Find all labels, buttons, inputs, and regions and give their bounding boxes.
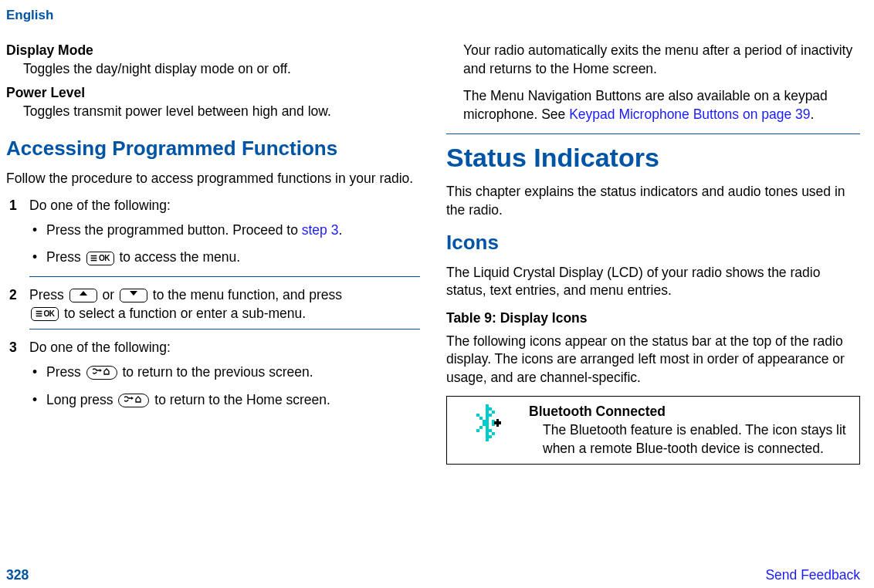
- svg-rect-24: [483, 420, 486, 423]
- link-step3[interactable]: step 3: [302, 222, 339, 238]
- left-column: Display Mode Toggles the day/night displ…: [6, 37, 420, 465]
- svg-rect-21: [486, 438, 489, 441]
- step-3-bullet-1a: Press: [46, 364, 85, 380]
- svg-rect-23: [479, 417, 483, 420]
- steps-list: 1 Do one of the following: Press the pro…: [6, 197, 420, 409]
- right-column: Your radio automatically exits the menu …: [446, 37, 860, 465]
- step-1-bullet-2: Press ☰ OK to access the menu.: [29, 248, 420, 267]
- svg-rect-12: [486, 420, 489, 423]
- back-home-icon: [86, 366, 117, 380]
- table-row: Bluetooth Connected The Bluetooth featur…: [447, 397, 859, 464]
- table-9-title: Table 9: Display Icons: [446, 309, 860, 328]
- svg-rect-9: [486, 411, 489, 414]
- link-keypad-mic[interactable]: Keypad Microphone Buttons on page 39: [569, 106, 810, 122]
- svg-rect-14: [486, 426, 489, 429]
- svg-rect-6: [489, 407, 492, 411]
- svg-marker-3: [131, 397, 134, 400]
- svg-marker-2: [100, 369, 102, 372]
- step-1: 1 Do one of the following: Press the pro…: [6, 197, 420, 277]
- svg-rect-20: [489, 429, 492, 432]
- step-1-text: Do one of the following:: [29, 198, 171, 213]
- para-status-intro: This chapter explains the status indicat…: [446, 183, 860, 219]
- svg-rect-13: [486, 423, 489, 426]
- back-home-icon-2: [118, 394, 149, 407]
- page: English Display Mode Toggles the day/nig…: [0, 0, 874, 588]
- svg-rect-31: [494, 421, 501, 424]
- svg-rect-26: [479, 426, 483, 429]
- step-1-bullet-1a: Press the programmed button. Proceed to: [46, 222, 302, 238]
- svg-rect-10: [486, 414, 489, 417]
- step-2-a: Press: [29, 287, 68, 302]
- step-3-bullet-1b: to return to the previous screen.: [119, 364, 313, 380]
- bluetooth-connected-icon: [473, 403, 503, 443]
- svg-rect-22: [476, 414, 479, 417]
- svg-rect-18: [489, 435, 492, 438]
- step-2-number: 2: [9, 286, 17, 305]
- step-3-text: Do one of the following:: [29, 340, 171, 355]
- svg-marker-0: [80, 291, 87, 296]
- svg-rect-4: [486, 404, 489, 407]
- step-3: 3 Do one of the following: Press to retu…: [6, 339, 420, 409]
- step-3-bullet-2: Long press to return to the Home screen.: [29, 391, 420, 410]
- svg-rect-11: [486, 417, 489, 420]
- para-icons-intro: The Liquid Crystal Display (LCD) of your…: [446, 264, 860, 300]
- para-menu-nav: The Menu Navigation Buttons are also ava…: [463, 87, 860, 123]
- svg-marker-1: [130, 291, 137, 296]
- intro-accessing: Follow the procedure to access programme…: [6, 170, 420, 188]
- step-3-number: 3: [9, 339, 17, 357]
- table-display-icons: Bluetooth Connected The Bluetooth featur…: [446, 396, 860, 465]
- page-number: 328: [6, 567, 29, 583]
- step-1-bullet-2b: to access the menu.: [116, 249, 240, 265]
- svg-rect-16: [486, 432, 489, 435]
- para-menu-nav-b: .: [810, 106, 814, 122]
- divider-section: [446, 133, 860, 134]
- divider-1: [29, 276, 420, 277]
- heading-status-indicators: Status Indicators: [446, 140, 860, 176]
- step-1-bullet-2a: Press: [46, 249, 85, 265]
- term-power-level: Power Level: [6, 84, 420, 103]
- heading-icons: Icons: [446, 229, 860, 256]
- menu-ok-icon: ☰ OK: [86, 252, 114, 265]
- icon-cell: [447, 397, 529, 464]
- menu-ok-icon-2: ☰ OK: [31, 307, 59, 321]
- step-2-mid: or: [102, 287, 117, 302]
- svg-rect-17: [486, 435, 489, 438]
- step-1-bullet-1b: .: [338, 222, 342, 238]
- step-1-bullet-1: Press the programmed button. Proceed to …: [29, 221, 420, 240]
- row-title: Bluetooth Connected: [529, 403, 852, 421]
- para-auto-exit: Your radio automatically exits the menu …: [463, 42, 860, 78]
- step-1-number: 1: [9, 197, 17, 215]
- def-display-mode: Toggles the day/night display mode on or…: [23, 60, 420, 79]
- table-9-intro: The following icons appear on the status…: [446, 333, 860, 387]
- up-arrow-icon: [69, 289, 97, 302]
- svg-rect-5: [486, 407, 489, 411]
- row-desc: The Bluetooth feature is enabled. The ic…: [543, 421, 852, 458]
- link-send-feedback[interactable]: Send Feedback: [765, 567, 860, 583]
- language-label: English: [6, 8, 860, 23]
- svg-rect-15: [486, 429, 489, 432]
- step-1-bullets: Press the programmed button. Proceed to …: [29, 221, 420, 267]
- step-2: 2 Press or to the menu function, and pre…: [6, 286, 420, 329]
- def-power-level: Toggles transmit power level between hig…: [23, 103, 420, 121]
- divider-2: [29, 329, 420, 329]
- svg-rect-8: [489, 414, 492, 417]
- step-3-bullets: Press to return to the previous screen. …: [29, 363, 420, 409]
- down-arrow-icon: [120, 289, 147, 302]
- footer: 328 Send Feedback: [6, 567, 860, 583]
- columns: Display Mode Toggles the day/night displ…: [6, 37, 860, 465]
- step-3-bullet-1: Press to return to the previous screen.: [29, 363, 420, 382]
- text-cell: Bluetooth Connected The Bluetooth featur…: [529, 397, 859, 464]
- svg-rect-27: [476, 429, 479, 432]
- step-2-b: to the menu function, and press: [153, 287, 342, 302]
- svg-rect-25: [483, 423, 486, 426]
- svg-rect-19: [492, 432, 495, 435]
- step-3-bullet-2a: Long press: [46, 392, 117, 407]
- step-2-c: to select a function or enter a sub-menu…: [64, 306, 306, 321]
- step-3-bullet-2b: to return to the Home screen.: [151, 392, 330, 407]
- heading-accessing-functions: Accessing Programmed Functions: [6, 135, 420, 162]
- svg-rect-7: [492, 411, 495, 414]
- term-display-mode: Display Mode: [6, 42, 420, 60]
